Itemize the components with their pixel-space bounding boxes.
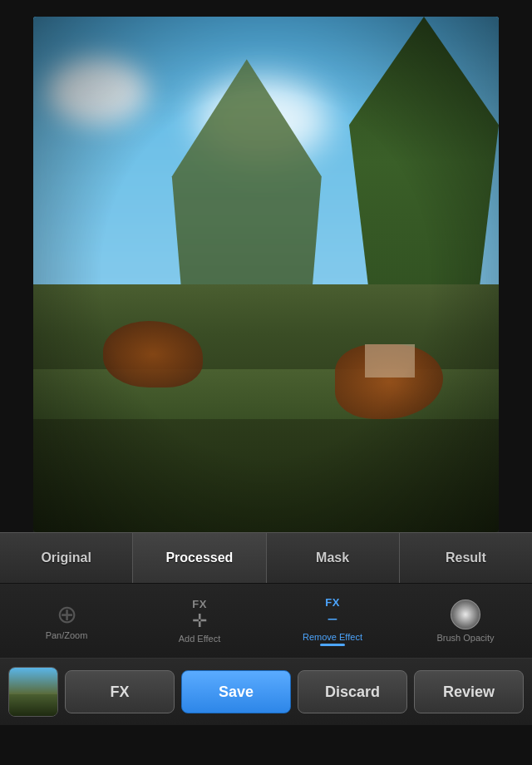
brush-opacity-label: Brush Opacity (436, 633, 494, 643)
thumb-scene (9, 668, 57, 716)
tool-remove-effect[interactable]: FX − Remove Effect (266, 596, 399, 646)
tab-mask[interactable]: Mask (267, 533, 400, 583)
pan-zoom-label: Pan/Zoom (46, 630, 88, 640)
tool-add-effect[interactable]: FX ✛ Add Effect (133, 598, 266, 644)
right-panel (499, 17, 532, 532)
left-panel (0, 17, 33, 532)
remove-effect-minus-icon: − (328, 610, 338, 629)
remove-effect-label: Remove Effect (303, 632, 362, 642)
save-button-label: Save (219, 684, 254, 701)
brush-opacity-circle (451, 600, 480, 629)
remove-effect-underline (320, 644, 345, 646)
tab-result-label: Result (446, 550, 486, 565)
photo-thumbnail[interactable] (8, 667, 58, 717)
remove-effect-fx-label: FX (325, 596, 340, 609)
tool-pan-zoom[interactable]: ⊕ Pan/Zoom (0, 602, 133, 640)
tab-result[interactable]: Result (400, 533, 532, 583)
add-effect-label: Add Effect (179, 634, 221, 644)
tab-mask-label: Mask (316, 550, 349, 565)
remove-effect-stack: FX − (325, 596, 340, 629)
discard-button-label: Discard (325, 684, 380, 701)
tool-brush-opacity[interactable]: Brush Opacity (399, 600, 532, 643)
vignette (33, 17, 499, 532)
add-effect-fx-label: FX (192, 598, 207, 610)
tab-original-label: Original (41, 550, 91, 565)
fx-button-label: FX (110, 684, 129, 701)
bottom-fill (0, 725, 532, 765)
photo-preview (33, 17, 499, 532)
action-bar: FX Save Discard Review (0, 659, 532, 725)
tab-processed[interactable]: Processed (133, 533, 266, 583)
review-button[interactable]: Review (414, 670, 524, 713)
add-effect-plus-icon: ✛ (192, 612, 207, 630)
add-effect-stack: FX ✛ (192, 598, 207, 630)
tab-original[interactable]: Original (0, 533, 133, 583)
tab-bar: Original Processed Mask Result (0, 532, 532, 584)
save-button[interactable]: Save (181, 670, 291, 713)
tab-processed-label: Processed (165, 550, 233, 565)
fx-button[interactable]: FX (65, 670, 175, 713)
tools-bar: ⊕ Pan/Zoom FX ✛ Add Effect FX − Remove E… (0, 584, 532, 659)
review-button-label: Review (443, 684, 495, 701)
discard-button[interactable]: Discard (298, 670, 407, 713)
pan-zoom-icon: ⊕ (57, 602, 77, 627)
